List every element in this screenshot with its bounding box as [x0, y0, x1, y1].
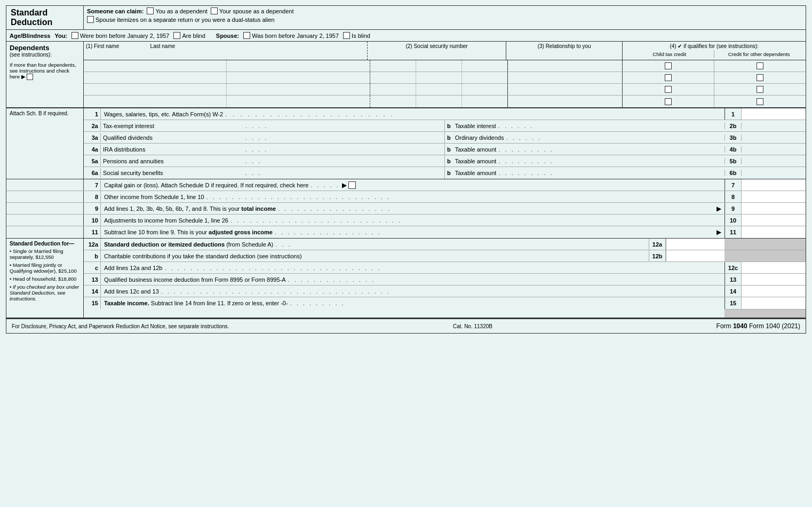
line8-desc-area: Other income from Schedule 1, line 10 . … — [101, 191, 725, 202]
spouse-born-checkbox-item: Was born before January 2, 1957 — [243, 32, 339, 39]
line5b-right: b Taxable amount . . . . . . . . . 5b — [445, 155, 806, 167]
spouse-blind-checkbox[interactable] — [343, 32, 350, 39]
income-row-12a: 12a Standard deduction or itemized deduc… — [84, 239, 806, 250]
dep-child-cb-1[interactable] — [665, 62, 672, 69]
line8-left-spacer — [6, 191, 84, 202]
line12b-input[interactable] — [666, 250, 725, 262]
dep-first-1 — [84, 60, 227, 72]
standard-deduction-section: Standard Deduction Someone can claim: Yo… — [6, 6, 806, 30]
line12c-num: c — [84, 262, 101, 273]
dep-other-cb-3[interactable] — [757, 86, 763, 93]
age-blindness-label: Age/Blindness — [10, 33, 50, 39]
dep-ssn-part2-4 — [416, 96, 462, 107]
line6b-num: 6b — [725, 170, 742, 176]
line7-input[interactable] — [742, 179, 806, 191]
line2a-left: 2a Tax-exempt interest . . . . — [84, 120, 445, 131]
line15-desc-area: Taxable income. Subtract line 14 from li… — [101, 297, 725, 309]
line11-arrow: ▶ — [717, 228, 721, 236]
line9-num: 9 — [84, 203, 101, 214]
dep-child-credit-2 — [623, 72, 714, 83]
std-ded-item-1: • Single or Married filing separately, $… — [10, 248, 80, 260]
are-blind-checkbox-item: Are blind — [173, 32, 205, 39]
income-row-10: 10 Adjustments to income from Schedule 1… — [6, 215, 806, 226]
line15-input[interactable] — [742, 297, 806, 309]
dep-ssn-cell-1 — [370, 60, 508, 72]
line11-right-num: 11 — [725, 226, 742, 238]
footer: For Disclosure, Privacy Act, and Paperwo… — [6, 318, 806, 333]
dep-name-cell-3 — [84, 84, 370, 95]
line1-right-num: 1 — [725, 108, 742, 120]
dependent-row-4 — [84, 96, 806, 107]
line12a-input[interactable] — [666, 239, 725, 250]
dep-child-cb-4[interactable] — [665, 98, 672, 105]
line6a-desc: Social security benefits — [101, 168, 243, 178]
line15-desc: Taxable income. — [104, 300, 149, 306]
are-blind-checkbox[interactable] — [173, 32, 180, 39]
dep-first-2 — [84, 72, 227, 83]
if-more-checkbox[interactable] — [27, 74, 33, 80]
line13-input[interactable] — [742, 274, 806, 285]
line5b-desc: Taxable amount — [455, 158, 497, 164]
income-row-2ab: 2a Tax-exempt interest . . . . b Taxable… — [84, 120, 806, 132]
line12a-num: 12a — [84, 239, 101, 250]
line11-num: 11 — [84, 226, 101, 238]
income-row-7: 7 Capital gain or (loss). Attach Schedul… — [6, 179, 806, 191]
line3b-right: b Ordinary dividends . . . . . . 3b — [445, 132, 806, 143]
dep-other-credit-3 — [714, 84, 806, 95]
dep-other-cb-4[interactable] — [757, 98, 763, 105]
line4a-left: 4a IRA distributions . . . . — [84, 144, 445, 155]
line8-num: 8 — [84, 191, 101, 202]
dep-other-cb-1[interactable] — [757, 62, 763, 69]
std-deduction-title: Standard Deduction — [11, 8, 79, 27]
line4b-b-label: b — [445, 146, 453, 153]
income-row-11: 11 Subtract line 10 from line 9. This is… — [6, 226, 806, 238]
line15-right-num: 15 — [725, 297, 742, 309]
line4b-right: b Taxable amount . . . . . . . . . 4b — [445, 144, 806, 155]
spouse-dependent-checkbox[interactable] — [211, 7, 218, 14]
line8-input[interactable] — [742, 191, 806, 202]
spouse-born-checkbox[interactable] — [243, 32, 250, 39]
dep-rel-cell-4 — [508, 96, 623, 107]
line9-right-num: 9 — [725, 203, 742, 214]
line4b-desc-area: Taxable amount . . . . . . . . . — [453, 145, 725, 154]
dependent-row-2 — [84, 72, 806, 84]
dep-child-cb-2[interactable] — [665, 74, 672, 81]
dep-last-1 — [227, 60, 369, 72]
line10-input[interactable] — [742, 215, 806, 226]
line1-num: 1 — [84, 108, 101, 120]
spouse-itemizes-checkbox[interactable] — [87, 16, 94, 23]
line9-desc: Add lines 1, 2b, 3b, 4b, 5b, 6b, 7, and … — [104, 205, 240, 212]
born-1957-checkbox-item: Were born before January 2, 1957 — [71, 32, 169, 39]
dep-col-rel-header: (3) Relationship to you — [506, 42, 623, 60]
dependents-title: Dependents — [10, 44, 80, 52]
dep-col2-label: (2) Social security number — [405, 43, 467, 49]
line14-input[interactable] — [742, 286, 806, 297]
form-number: 1040 — [733, 322, 747, 330]
dep-child-cb-3[interactable] — [665, 86, 672, 93]
dep-ssn-part3-4 — [462, 96, 507, 107]
line6b-desc-area: Taxable amount . . . . . . . . . — [453, 168, 725, 178]
line12c-desc: Add lines 12a and 12b — [104, 265, 162, 271]
line4b-num: 4b — [725, 146, 742, 153]
line1-desc-area: Wages, salaries, tips, etc. Attach Form(… — [101, 108, 725, 120]
line1-input[interactable] — [742, 108, 806, 120]
line6a-num: 6a — [84, 168, 101, 178]
line9-input[interactable] — [742, 203, 806, 214]
line2b-right: b Taxable interest . . . . . . 2b — [445, 120, 806, 131]
line11-desc: Subtract line 10 from line 9. This is yo… — [104, 229, 207, 235]
line7-desc-area: Capital gain or (loss). Attach Schedule … — [101, 179, 725, 191]
line7-checkbox[interactable] — [348, 181, 356, 189]
income-row-6ab: 6a Social security benefits . . . b Taxa… — [84, 167, 806, 179]
std-deduction-row2: Spouse itemizes on a separate return or … — [87, 16, 802, 23]
dep-other-cb-2[interactable] — [757, 74, 763, 81]
line3b-num: 3b — [725, 134, 742, 141]
line3a-left: 3a Qualified dividends . . . . — [84, 132, 445, 143]
line12c-input[interactable] — [742, 262, 806, 273]
line8-desc: Other income from Schedule 1, line 10 — [104, 194, 204, 200]
born-1957-checkbox[interactable] — [71, 32, 78, 39]
line11-input[interactable] — [742, 226, 806, 238]
you-dependent-checkbox[interactable] — [147, 7, 154, 14]
line12a-desc-area: Standard deduction or itemized deduction… — [101, 239, 649, 250]
line14-right-num: 14 — [725, 286, 742, 297]
dependents-if-more: If more than four dependents, see instru… — [10, 62, 80, 80]
